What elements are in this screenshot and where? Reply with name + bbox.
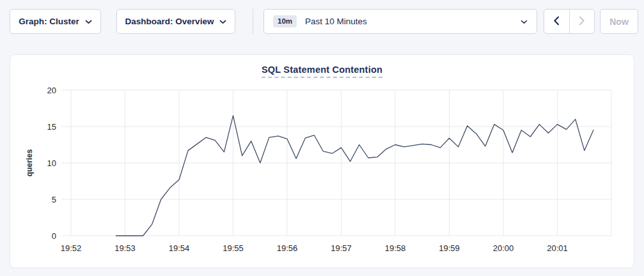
x-axis-tick-label: 19:59: [439, 243, 460, 253]
chevron-down-icon: [219, 17, 226, 26]
chart-card: SQL Statement Contention 0510152019:5219…: [10, 54, 634, 268]
dashboard-dropdown-label: Dashboard: Overview: [125, 17, 214, 26]
chevron-left-icon: [553, 16, 560, 27]
dashboard-dropdown[interactable]: Dashboard: Overview: [116, 9, 235, 34]
line-chart: 0510152019:5219:5319:5419:5519:5619:5719…: [10, 84, 634, 269]
y-axis-tick-label: 15: [47, 122, 56, 132]
y-axis-tick-label: 10: [47, 158, 56, 168]
time-range-label: Past 10 Minutes: [305, 17, 512, 26]
y-axis-label: queries: [25, 149, 34, 176]
x-axis-tick-label: 19:52: [61, 243, 82, 253]
x-axis-tick-label: 19:58: [385, 243, 406, 253]
graph-dropdown[interactable]: Graph: Cluster: [10, 9, 101, 34]
next-interval-button[interactable]: [569, 10, 595, 33]
y-axis-tick-label: 20: [47, 86, 56, 95]
graph-dropdown-label: Graph: Cluster: [19, 17, 79, 26]
time-range-picker[interactable]: 10m Past 10 Minutes: [263, 9, 537, 34]
chart-title[interactable]: SQL Statement Contention: [262, 65, 382, 78]
time-step-button-group: [544, 9, 595, 34]
y-axis-tick-label: 0: [52, 231, 56, 241]
y-axis-tick-label: 5: [52, 195, 56, 204]
x-axis-tick-label: 19:57: [331, 243, 352, 253]
chevron-down-icon: [85, 17, 92, 26]
chevron-down-icon: [521, 17, 528, 26]
previous-interval-button[interactable]: [544, 10, 569, 33]
x-axis-tick-label: 19:54: [169, 243, 190, 253]
time-range-badge: 10m: [273, 15, 297, 28]
x-axis-tick-label: 19:53: [114, 243, 136, 253]
now-button[interactable]: Now: [600, 9, 638, 34]
series-line: [116, 116, 593, 236]
toolbar-divider: [253, 9, 253, 34]
x-axis-tick-label: 19:56: [277, 243, 298, 253]
x-axis-tick-label: 20:00: [493, 243, 514, 253]
x-axis-tick-label: 20:01: [547, 243, 568, 253]
chevron-right-icon: [579, 16, 585, 27]
x-axis-tick-label: 19:55: [223, 243, 244, 253]
chart-title-wrap: SQL Statement Contention: [10, 64, 634, 78]
